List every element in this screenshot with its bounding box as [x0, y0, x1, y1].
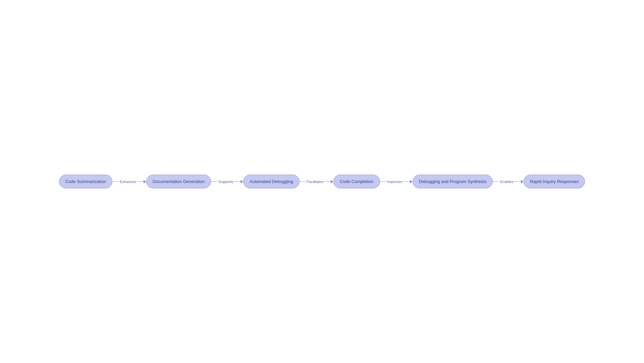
- connector-line: [324, 181, 331, 182]
- node-code-completion[interactable]: Code Completion: [333, 175, 380, 188]
- node-rapid-inquiry-responses[interactable]: Rapid Inquiry Responses: [524, 175, 585, 188]
- connector-supports: Supports: [211, 180, 243, 184]
- arrow-icon: [331, 180, 333, 183]
- diagram-container: Code Summarization Enhances Documentatio…: [0, 0, 644, 363]
- arrow-icon: [521, 180, 524, 183]
- connector-enables: Enables: [493, 180, 524, 184]
- connector-improves: Improves: [380, 180, 413, 184]
- connector-line: [380, 181, 387, 182]
- flow-row: Code Summarization Enhances Documentatio…: [59, 175, 585, 188]
- arrow-icon: [410, 180, 413, 183]
- connector-line: [137, 181, 144, 182]
- node-code-summarization[interactable]: Code Summarization: [59, 175, 112, 188]
- connector-facilitates: Facilitates: [300, 180, 334, 184]
- connector-line: [514, 181, 521, 182]
- connector-line: [234, 181, 240, 182]
- node-debugging-program-synthesis[interactable]: Debugging and Program Synthesis: [413, 175, 493, 188]
- node-automated-debugging[interactable]: Automated Debugging: [243, 175, 299, 188]
- node-documentation-generation[interactable]: Documentation Generation: [146, 175, 211, 188]
- connector-line: [112, 181, 119, 182]
- connector-line: [493, 181, 499, 182]
- connector-line: [211, 181, 218, 182]
- arrow-icon: [240, 180, 243, 183]
- connector-line: [300, 181, 306, 182]
- connector-enhances: Enhances: [112, 180, 146, 184]
- connector-line: [403, 181, 410, 182]
- arrow-icon: [144, 180, 146, 183]
